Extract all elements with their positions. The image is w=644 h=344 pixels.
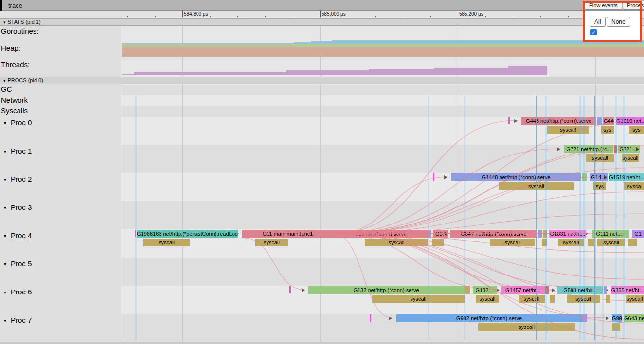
section-header-procs[interactable]: ▾PROCS (pid 0) xyxy=(0,77,644,84)
trace-span[interactable]: net/http.(*conn).serve xyxy=(334,230,429,238)
syscall-span[interactable]: syscall xyxy=(597,239,625,246)
syscall-span[interactable]: sysca xyxy=(624,182,644,190)
trace-span[interactable] xyxy=(614,145,617,153)
proc-row-label[interactable]: ▾Proc 3 xyxy=(4,203,32,211)
trace-span[interactable] xyxy=(597,117,602,125)
syscall-span[interactable] xyxy=(612,323,620,331)
ruler-minor-tick xyxy=(265,16,266,17)
syscall-span[interactable]: sys xyxy=(629,126,644,134)
collapse-arrow-icon[interactable]: ▾ xyxy=(4,290,6,295)
trace-span[interactable] xyxy=(604,286,607,294)
page-title: trace xyxy=(8,2,22,9)
flow-events-button[interactable]: Flow events xyxy=(585,1,622,10)
proc-label-text: Proc 7 xyxy=(11,316,32,324)
syscall-span[interactable]: syscall xyxy=(365,239,428,246)
collapse-arrow-icon[interactable]: ▾ xyxy=(3,78,6,83)
trace-span[interactable]: G98 xyxy=(612,314,622,322)
trace-span[interactable]: G1448 net/http.(*conn).serve xyxy=(451,173,581,181)
syscall-span[interactable]: syscall xyxy=(622,154,639,162)
syscall-span[interactable]: syscall xyxy=(255,239,288,246)
flow-arrowhead-icon xyxy=(557,147,560,151)
proc-row-label[interactable]: ▾Proc 7 xyxy=(4,316,32,324)
collapse-arrow-icon[interactable]: ▾ xyxy=(4,120,6,126)
syscall-span[interactable]: sys xyxy=(593,182,606,190)
trace-span[interactable] xyxy=(626,230,629,238)
trace-span[interactable]: G1966163 net/http.(*persistConn).readLoo… xyxy=(137,230,238,238)
trace-span[interactable]: G588 net/htt... xyxy=(557,286,603,294)
syscall-span[interactable]: syscall xyxy=(586,154,614,162)
syscall-span[interactable]: syscall xyxy=(626,295,644,303)
collapse-arrow-icon[interactable]: ▾ xyxy=(4,177,6,182)
proc-row-label[interactable]: ▾Proc 5 xyxy=(4,259,32,268)
syscall-span[interactable]: syscall xyxy=(476,295,499,303)
processes-button[interactable]: Processes xyxy=(623,1,644,10)
syscall-span[interactable] xyxy=(606,295,610,303)
trace-span[interactable]: G111 net... xyxy=(592,230,626,238)
trace-span[interactable]: G37 xyxy=(433,230,448,238)
trace-span[interactable]: G355 net/ht... xyxy=(611,286,644,294)
trace-span[interactable]: G982 net/http.(*conn).serve xyxy=(396,314,582,322)
syscall-span[interactable]: sys xyxy=(601,126,614,134)
collapse-arrow-icon[interactable]: ▾ xyxy=(4,205,6,210)
trace-span[interactable]: G448 net/http.(*conn).serve xyxy=(521,117,596,125)
trace-span[interactable] xyxy=(545,286,549,294)
flow-checkbox[interactable]: ✓ xyxy=(590,29,597,35)
proc-row-label[interactable]: ▾Proc 4 xyxy=(4,231,32,240)
trace-span[interactable]: G1519 net/ht... xyxy=(609,173,644,181)
collapse-arrow-icon[interactable]: ▾ xyxy=(4,318,6,323)
trace-span[interactable]: G132 ... xyxy=(473,286,497,294)
syscall-span[interactable]: syscall xyxy=(567,295,600,303)
trace-span[interactable] xyxy=(543,230,547,238)
trace-span[interactable] xyxy=(538,230,542,238)
event-tick xyxy=(508,117,510,124)
trace-span[interactable]: G721 net/http.(*c... xyxy=(564,145,613,153)
collapse-arrow-icon[interactable]: ▾ xyxy=(4,233,6,239)
trace-span[interactable]: G132 net/http.(*conn).serve xyxy=(308,286,465,294)
syscall-span[interactable]: syscall xyxy=(143,239,190,246)
section-label: STATS (pid 1) xyxy=(8,19,41,25)
ruler-minor-tick xyxy=(375,16,376,17)
syscall-span[interactable]: syscall xyxy=(519,295,545,303)
proc-row-label[interactable]: ▾Proc 6 xyxy=(4,288,32,296)
syscall-span[interactable] xyxy=(588,239,594,246)
event-tick xyxy=(370,314,371,322)
proc-row-label[interactable]: ▾Proc 0 xyxy=(4,119,32,127)
syscall-span[interactable]: syscall xyxy=(372,295,465,303)
syscall-span[interactable] xyxy=(542,239,547,246)
flow-arrowhead-icon xyxy=(389,316,392,320)
flow-none-button[interactable]: None xyxy=(607,17,630,27)
syscall-span[interactable] xyxy=(550,295,555,303)
proc-label-text: Proc 2 xyxy=(11,175,32,183)
trace-span[interactable]: G1010 net... xyxy=(616,117,644,125)
trace-span[interactable]: G44 xyxy=(603,117,614,125)
flow-events-panel: All None ✓ xyxy=(585,11,642,42)
trace-span[interactable]: G11 main.main.func1 xyxy=(242,230,334,238)
trace-span[interactable] xyxy=(582,173,587,181)
collapse-arrow-icon[interactable]: ▾ xyxy=(4,261,6,267)
syscall-span[interactable] xyxy=(628,239,637,246)
collapse-arrow-icon[interactable]: ▾ xyxy=(4,149,6,154)
trace-span[interactable]: G643 ne... xyxy=(624,314,644,322)
syscall-span[interactable]: syscall xyxy=(478,323,575,331)
proc-row-label[interactable]: ▾Proc 2 xyxy=(4,175,32,183)
proc-row-label[interactable]: ▾Proc 1 xyxy=(4,147,32,155)
trace-span[interactable]: G14... xyxy=(590,173,608,181)
trace-span[interactable] xyxy=(465,286,470,294)
trace-span[interactable] xyxy=(582,314,587,322)
flow-all-button[interactable]: All xyxy=(590,17,606,27)
trace-span[interactable]: G1031 net/ht... xyxy=(549,230,586,238)
syscall-span[interactable] xyxy=(432,239,444,246)
trace-span[interactable]: G647 net/http.(*conn).serve xyxy=(450,230,537,238)
trace-span[interactable]: G1 xyxy=(632,230,644,238)
syscall-span[interactable]: syscall xyxy=(499,182,574,190)
flow-arrowhead-icon xyxy=(444,175,447,179)
section-header-stats[interactable]: ▾STATS (pid 1) xyxy=(0,18,644,26)
syscall-span[interactable]: syscall xyxy=(547,126,589,134)
syscall-span[interactable]: syscall xyxy=(558,239,584,246)
trace-span[interactable]: G721 ... xyxy=(618,145,640,153)
timeline-ruler[interactable]: 584,800 μs585,000 μs585,200 μs xyxy=(0,11,644,17)
trace-span[interactable] xyxy=(429,230,431,238)
syscall-span[interactable]: syscall xyxy=(490,239,535,246)
trace-span[interactable]: G1457 net/ht... xyxy=(501,286,545,294)
collapse-arrow-icon[interactable]: ▾ xyxy=(3,20,6,25)
